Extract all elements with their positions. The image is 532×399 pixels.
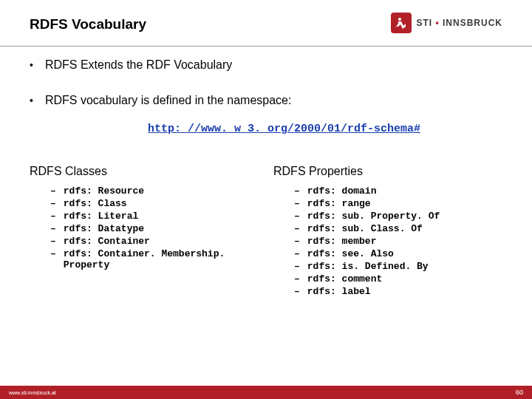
page-number: 60 (516, 389, 523, 396)
properties-heading: RDFS Properties (273, 165, 502, 178)
footer-url: www.sti-innsbruck.at (9, 390, 56, 395)
class-code: rdfs: Datatype (64, 223, 144, 234)
list-item: –rdfs: Resource (30, 185, 259, 197)
class-code: rdfs: Container. Membership. Property (64, 248, 259, 270)
dash-icon: – (50, 185, 56, 197)
dash-icon: – (50, 248, 56, 259)
namespace-url: http: //www. w 3. org/2000/01/rdf-schema… (148, 123, 502, 135)
class-code: rdfs: Container (64, 236, 150, 247)
dash-icon: – (50, 236, 56, 247)
bullet-dot-icon: • (30, 93, 33, 108)
list-item: –rdfs: range (273, 198, 502, 209)
property-code: rdfs: member (307, 236, 377, 247)
list-item: –rdfs: Class (30, 198, 259, 209)
bullet-text: RDFS Extends the RDF Vocabulary (45, 58, 232, 72)
list-item: –rdfs: domain (273, 185, 502, 197)
classes-column: RDFS Classes –rdfs: Resource –rdfs: Clas… (30, 165, 259, 299)
property-code: rdfs: label (307, 286, 371, 297)
dash-icon: – (294, 273, 300, 284)
bullet-dot-icon: • (30, 58, 33, 72)
dash-icon: – (294, 236, 300, 247)
dash-icon: – (50, 223, 56, 234)
columns: RDFS Classes –rdfs: Resource –rdfs: Clas… (30, 165, 502, 299)
logo: STI • INNSBRUCK (391, 13, 502, 33)
dash-icon: – (50, 198, 56, 209)
property-code: rdfs: domain (307, 185, 377, 197)
list-item: –rdfs: Literal (30, 211, 259, 222)
dash-icon: – (294, 261, 300, 272)
property-code: rdfs: sub. Property. Of (307, 211, 440, 222)
class-code: rdfs: Resource (64, 185, 144, 197)
list-item: –rdfs: comment (273, 273, 502, 284)
bullet-item: • RDFS vocabulary is defined in the name… (30, 93, 502, 108)
property-code: rdfs: is. Defined. By (307, 261, 429, 272)
svg-point-0 (398, 18, 401, 21)
logo-text: STI • INNSBRUCK (416, 18, 502, 28)
bullet-text: RDFS vocabulary is defined in the namesp… (45, 93, 292, 108)
class-code: rdfs: Class (64, 198, 127, 209)
list-item: –rdfs: Container (30, 236, 259, 247)
list-item: –rdfs: is. Defined. By (273, 261, 502, 272)
properties-column: RDFS Properties –rdfs: domain –rdfs: ran… (273, 165, 502, 299)
dash-icon: – (294, 223, 300, 234)
list-item: –rdfs: Container. Membership. Property (30, 248, 259, 270)
list-item: –rdfs: see. Also (273, 248, 502, 259)
property-code: rdfs: sub. Class. Of (307, 223, 423, 234)
bullet-item: • RDFS Extends the RDF Vocabulary (30, 58, 502, 72)
class-code: rdfs: Literal (64, 211, 138, 222)
dash-icon: – (50, 211, 56, 222)
property-code: rdfs: see. Also (307, 248, 394, 259)
property-code: rdfs: range (307, 198, 371, 209)
list-item: –rdfs: sub. Property. Of (273, 211, 502, 222)
header-divider (0, 46, 532, 47)
body: • RDFS Extends the RDF Vocabulary • RDFS… (30, 58, 502, 369)
dash-icon: – (294, 286, 300, 297)
list-item: –rdfs: Datatype (30, 223, 259, 234)
property-code: rdfs: comment (307, 273, 382, 284)
logo-icon (391, 13, 412, 33)
footer: www.sti-innsbruck.at 60 (0, 386, 532, 399)
dash-icon: – (294, 248, 300, 259)
list-item: –rdfs: member (273, 236, 502, 247)
list-item: –rdfs: sub. Class. Of (273, 223, 502, 234)
dash-icon: – (294, 211, 300, 222)
dash-icon: – (294, 185, 300, 197)
dash-icon: – (294, 198, 300, 209)
slide: RDFS Vocabulary STI • INNSBRUCK • RDFS E… (0, 0, 532, 399)
classes-heading: RDFS Classes (30, 165, 259, 178)
list-item: –rdfs: label (273, 286, 502, 297)
